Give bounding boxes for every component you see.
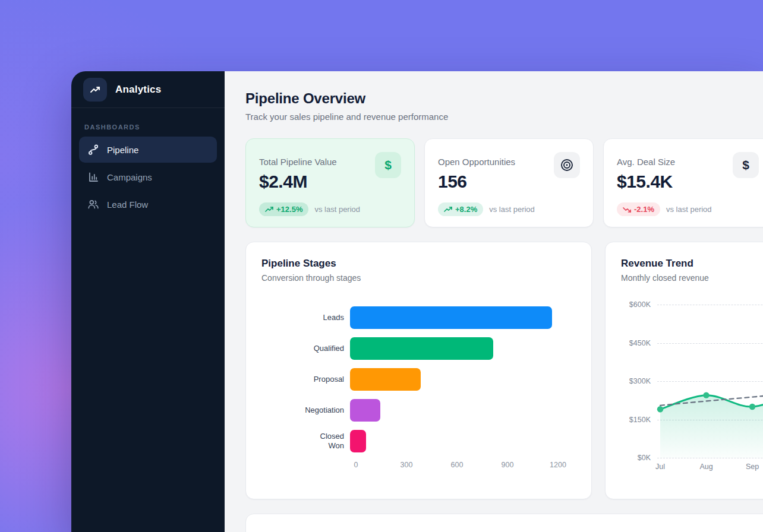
dollar-sign-icon: $: [375, 152, 401, 178]
kpi-card-open-opportunities: Open Opportunities 156 +8.2% vs last per…: [424, 138, 594, 227]
kpi-compare: vs last period: [666, 205, 712, 214]
kpi-row: Total Pipeline Value $2.4M +12.5% vs las…: [245, 138, 763, 227]
brand: Analytics: [71, 71, 225, 108]
dollar-sign-icon: $: [733, 152, 759, 178]
nav-section-label: DASHBOARDS: [71, 108, 225, 137]
sidebar: Analytics DASHBOARDS Pipeline: [71, 71, 225, 532]
line-chart-svg: [621, 305, 763, 477]
sidebar-item-lead-flow[interactable]: Lead Flow: [79, 191, 217, 217]
data-point-dot: [703, 392, 709, 398]
bar-category-label: Qualified: [261, 344, 350, 353]
data-point-dot: [657, 406, 663, 412]
sidebar-item-label: Pipeline: [107, 145, 138, 155]
x-axis-tick: 0: [354, 461, 358, 469]
bar-category-label: Closed Won: [261, 432, 350, 451]
charts-row: Pipeline Stages Conversion through stage…: [245, 242, 763, 499]
bar-category-label: Leads: [261, 313, 350, 322]
page-subtitle: Track your sales pipeline and revenue pe…: [245, 112, 763, 122]
bar-category-label: Proposal: [261, 375, 350, 384]
app-window: Analytics DASHBOARDS Pipeline: [71, 71, 763, 532]
kpi-compare: vs last period: [489, 205, 535, 214]
brand-name: Analytics: [115, 84, 161, 96]
area-fill: [660, 390, 763, 458]
pipeline-stages-card: Pipeline Stages Conversion through stage…: [245, 242, 592, 499]
bar-row: Qualified: [261, 337, 576, 360]
data-point-dot: [749, 404, 755, 410]
x-axis-tick: 1200: [550, 461, 566, 469]
sidebar-item-campaigns[interactable]: Campaigns: [79, 164, 217, 190]
sidebar-item-label: Lead Flow: [107, 200, 148, 210]
chart-subtitle: Monthly closed revenue: [621, 273, 763, 283]
chart-title: Pipeline Stages: [261, 258, 576, 270]
bar-chart-x-axis: 03006009001200: [356, 461, 558, 471]
x-axis-tick: 600: [451, 461, 464, 469]
bar-row: Proposal: [261, 368, 576, 391]
target-icon: [554, 152, 580, 178]
trending-up-logo-icon: [83, 78, 107, 102]
bar-category-label: Negotiation: [261, 406, 350, 415]
chart-subtitle: Conversion through stages: [261, 273, 576, 283]
bar-row: Closed Won: [261, 430, 576, 452]
bottom-card: [245, 514, 763, 532]
delta-badge: +12.5%: [259, 202, 308, 216]
trending-down-icon: [623, 207, 631, 213]
kpi-compare: vs last period: [314, 205, 360, 214]
bar-chart-icon: [87, 171, 99, 183]
bar: [350, 368, 421, 391]
kpi-card-total-pipeline-value: Total Pipeline Value $2.4M +12.5% vs las…: [245, 138, 415, 227]
pipeline-stages-bar-chart: LeadsQualifiedProposalNegotiationClosed …: [261, 306, 576, 452]
bar: [350, 399, 380, 422]
bar: [350, 430, 366, 452]
route-icon: [87, 144, 99, 156]
x-axis-tick: 900: [502, 461, 514, 469]
sidebar-item-label: Campaigns: [107, 172, 152, 182]
chart-title: Revenue Trend: [621, 258, 763, 270]
revenue-trend-line-chart: $600K$450K$300K$150K$0KJulAugSepOct: [621, 305, 763, 477]
page-title: Pipeline Overview: [245, 90, 763, 107]
users-icon: [87, 198, 99, 210]
trending-up-icon: [265, 207, 273, 213]
bar: [350, 306, 552, 329]
bar-row: Negotiation: [261, 399, 576, 422]
kpi-card-avg-deal-size: Avg. Deal Size $15.4K -2.1% vs last peri…: [603, 138, 763, 227]
bar: [350, 337, 493, 360]
trending-up-icon: [444, 207, 452, 213]
revenue-trend-card: Revenue Trend Monthly closed revenue $60…: [605, 242, 763, 499]
bar-row: Leads: [261, 306, 576, 329]
delta-badge: +8.2%: [438, 202, 483, 216]
delta-badge: -2.1%: [617, 202, 660, 216]
main-content: Pipeline Overview Track your sales pipel…: [225, 71, 763, 532]
sidebar-nav: Pipeline Campaigns Lead Flow: [71, 137, 225, 217]
x-axis-tick: 300: [401, 461, 413, 469]
sidebar-item-pipeline[interactable]: Pipeline: [79, 137, 217, 163]
